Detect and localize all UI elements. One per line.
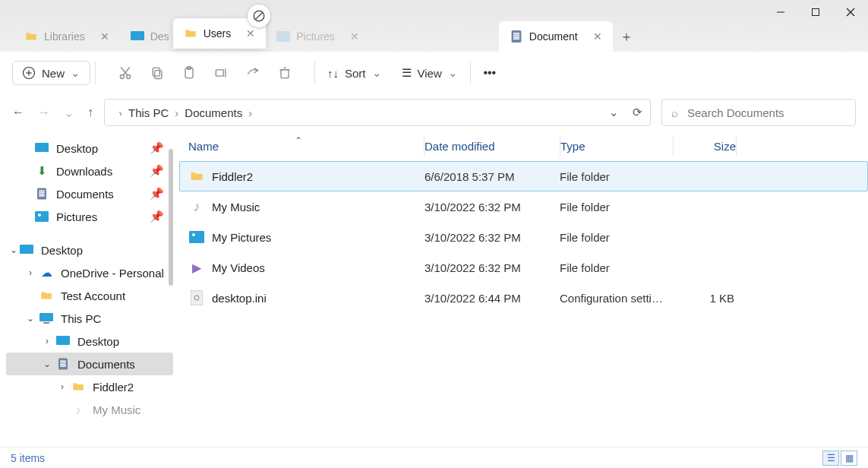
expand-caret-icon[interactable]: › xyxy=(56,381,68,392)
view-button[interactable]: ☰ View ⌄ xyxy=(394,62,466,84)
nav-arrows: ← → ⌄ ↑ xyxy=(12,106,93,120)
expand-caret-icon[interactable]: ⌄ xyxy=(41,359,53,369)
expand-caret-icon[interactable]: › xyxy=(24,267,36,278)
tab-pictures[interactable]: Pictures ✕ xyxy=(266,21,370,52)
file-rows: Fiddler26/6/2018 5:37 PMFile folder♪My M… xyxy=(173,161,868,313)
svg-point-13 xyxy=(127,75,131,79)
tab-strip: Libraries ✕ Des Users ✕ Pictures ✕ Docum… xyxy=(0,18,640,52)
tab-document[interactable]: Document ✕ xyxy=(499,21,613,52)
details-view-button[interactable]: ☰ xyxy=(822,451,839,466)
sidebar-item-label: Fiddler2 xyxy=(93,381,134,394)
thumbnails-view-button[interactable]: ▦ xyxy=(841,451,857,466)
address-history-button[interactable]: ⌄ xyxy=(609,106,619,119)
copy-button[interactable] xyxy=(143,58,172,87)
tab-close-button[interactable]: ✕ xyxy=(100,30,109,43)
file-row[interactable]: ♪My Music3/10/2022 6:32 PMFile folder xyxy=(179,191,868,222)
cut-button[interactable] xyxy=(111,58,140,87)
column-header-name[interactable]: Name⌃ xyxy=(188,140,424,153)
file-row[interactable]: ▶My Videos3/10/2022 6:32 PMFile folder xyxy=(179,252,868,283)
pc-icon xyxy=(39,311,53,325)
sidebar-item-label: Desktop xyxy=(41,244,83,257)
recent-locations-button[interactable]: ⌄ xyxy=(64,106,74,120)
sidebar-item-downloads[interactable]: ⬇ Downloads 📌 xyxy=(6,160,173,182)
sidebar-scrollbar[interactable] xyxy=(166,131,173,447)
desktop-icon xyxy=(131,30,144,43)
expand-caret-icon[interactable]: ⌄ xyxy=(8,245,20,255)
chevron-right-icon[interactable]: › xyxy=(175,106,178,119)
sort-ascending-icon: ⌃ xyxy=(295,135,302,146)
folder-icon xyxy=(71,380,85,394)
sidebar-item-testaccount[interactable]: Test Account xyxy=(6,284,173,307)
sidebar-item-thispc[interactable]: ⌄ This PC xyxy=(6,307,173,330)
refresh-button[interactable]: ⟳ xyxy=(633,106,642,119)
desktop-icon xyxy=(20,243,33,257)
tab-label: Document xyxy=(529,30,578,43)
file-type: File folder xyxy=(560,201,672,213)
more-options-button[interactable]: ••• xyxy=(475,58,504,87)
breadcrumb-documents[interactable]: Documents xyxy=(185,106,242,119)
tab-close-button[interactable]: ✕ xyxy=(593,30,602,43)
sidebar-item-pc-desktop[interactable]: › Desktop xyxy=(6,330,173,353)
paste-button[interactable] xyxy=(175,58,204,87)
file-row[interactable]: My Pictures3/10/2022 6:32 PMFile folder xyxy=(179,222,868,252)
chevron-right-icon[interactable]: › xyxy=(118,106,122,119)
rename-button[interactable] xyxy=(207,58,235,87)
sort-button[interactable]: ↑↓ Sort ⌄ xyxy=(320,62,390,84)
address-bar[interactable]: › This PC › Documents › ⌄ ⟳ xyxy=(104,99,651,126)
sidebar-item-documents[interactable]: Documents 📌 xyxy=(6,182,173,205)
sidebar-item-label: Desktop xyxy=(56,142,98,155)
back-button[interactable]: ← xyxy=(12,106,24,119)
forward-button[interactable]: → xyxy=(38,106,50,119)
sidebar-item-pictures[interactable]: Pictures 📌 xyxy=(6,205,173,228)
up-button[interactable]: ↑ xyxy=(87,106,93,119)
file-date: 6/6/2018 5:37 PM xyxy=(425,170,560,183)
sidebar-item-label: Documents xyxy=(56,188,114,201)
file-type-icon xyxy=(189,290,204,305)
minimize-button[interactable] xyxy=(763,0,798,24)
expand-caret-icon[interactable]: ⌄ xyxy=(24,313,36,324)
scrollbar-thumb[interactable] xyxy=(169,149,173,286)
sidebar-item-mymusic[interactable]: ♪ My Music xyxy=(6,398,173,421)
svg-point-27 xyxy=(38,213,41,217)
column-header-size[interactable]: Size xyxy=(674,140,736,153)
column-resizer[interactable] xyxy=(736,136,737,156)
chevron-right-icon[interactable]: › xyxy=(248,106,252,119)
breadcrumb-this-pc[interactable]: This PC xyxy=(128,106,169,119)
tab-label: Des xyxy=(150,30,169,43)
tab-label: Users xyxy=(204,27,232,40)
search-box[interactable]: ⌕ xyxy=(661,99,856,126)
status-bar: 5 items ☰ ▦ xyxy=(0,447,868,468)
column-header-type[interactable]: Type xyxy=(560,140,673,153)
sidebar-item-pc-documents[interactable]: ⌄ Documents xyxy=(6,353,173,375)
sidebar-item-fiddler2[interactable]: › Fiddler2 xyxy=(6,375,173,398)
file-row[interactable]: desktop.ini3/10/2022 6:44 PMConfiguratio… xyxy=(179,283,868,313)
view-icon: ☰ xyxy=(402,66,412,80)
tab-close-button[interactable]: ✕ xyxy=(246,27,255,40)
downloads-icon: ⬇ xyxy=(35,164,49,178)
cloud-icon: ☁ xyxy=(39,266,53,280)
new-button[interactable]: New ⌄ xyxy=(12,61,90,85)
svg-point-12 xyxy=(120,75,124,79)
file-type: File folder xyxy=(560,261,672,274)
sidebar-item-desktop[interactable]: Desktop 📌 xyxy=(6,137,173,160)
pin-icon: 📌 xyxy=(150,141,164,155)
new-tab-button[interactable]: ＋ xyxy=(613,21,640,52)
column-header-date[interactable]: Date modified xyxy=(425,140,560,153)
sidebar-item-desktop-root[interactable]: ⌄ Desktop xyxy=(6,239,173,261)
delete-button[interactable] xyxy=(270,58,299,87)
sidebar-item-label: OneDrive - Personal xyxy=(61,267,164,280)
tab-libraries[interactable]: Libraries ✕ xyxy=(14,21,120,52)
svg-rect-3 xyxy=(276,31,290,42)
tab-close-button[interactable]: ✕ xyxy=(350,30,359,43)
share-button[interactable] xyxy=(238,58,267,87)
tab-desktop[interactable]: Des xyxy=(120,21,173,52)
expand-caret-icon[interactable]: › xyxy=(41,336,53,346)
chevron-down-icon: ⌄ xyxy=(372,66,382,80)
music-icon: ♪ xyxy=(71,403,85,416)
file-type-icon: ▶ xyxy=(189,260,204,275)
search-input[interactable] xyxy=(687,106,846,119)
close-window-button[interactable] xyxy=(833,0,868,24)
maximize-button[interactable] xyxy=(798,0,833,24)
file-row[interactable]: Fiddler26/6/2018 5:37 PMFile folder xyxy=(179,161,868,191)
sidebar-item-onedrive[interactable]: › ☁ OneDrive - Personal xyxy=(6,261,173,284)
